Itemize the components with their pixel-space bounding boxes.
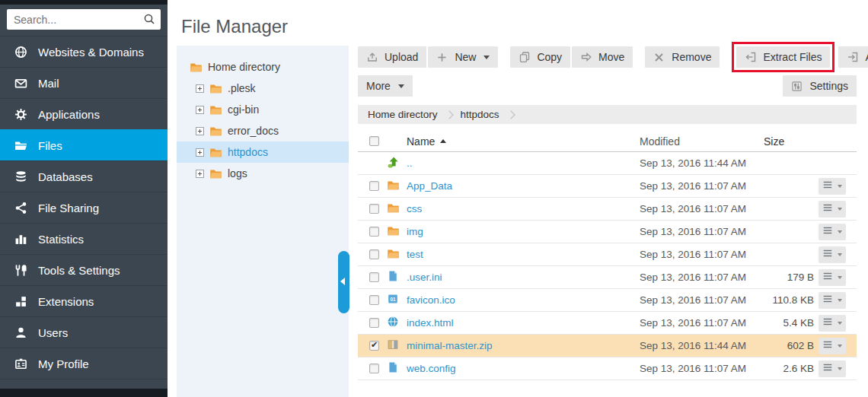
- row-menu-button[interactable]: [819, 246, 846, 263]
- more-button[interactable]: More: [358, 75, 413, 97]
- sidebar-item-websites-domains[interactable]: Websites & Domains: [0, 36, 168, 67]
- row-size-cell: 602 B: [764, 340, 814, 351]
- row-menu-button[interactable]: [819, 269, 846, 286]
- row-menu-button[interactable]: [819, 178, 846, 195]
- folder-icon: [209, 167, 222, 180]
- remove-button[interactable]: Remove: [645, 46, 720, 68]
- sidebar-item-databases[interactable]: Databases: [0, 160, 168, 192]
- column-header-modified[interactable]: Modified: [640, 135, 764, 148]
- row-checkbox[interactable]: [369, 204, 379, 214]
- tree-collapse-handle[interactable]: [338, 251, 349, 313]
- row-checkbox[interactable]: [369, 318, 379, 328]
- tree-item-root[interactable]: Home directory: [177, 56, 349, 78]
- row-menu-button[interactable]: [819, 292, 846, 309]
- file-name-link[interactable]: App_Data: [407, 180, 452, 192]
- add-to-archive-button[interactable]: Add to Archive: [838, 46, 868, 68]
- upload-button[interactable]: Upload: [358, 46, 426, 68]
- settings-button[interactable]: Settings: [783, 75, 857, 97]
- search-icon[interactable]: [143, 13, 155, 25]
- folder-icon: [190, 61, 203, 74]
- table-row[interactable]: cssSep 13, 2016 11:07 AM: [358, 198, 857, 221]
- file-name-link[interactable]: img: [407, 226, 423, 237]
- toolbar-button-group: CopyMove: [510, 46, 633, 68]
- mail-icon: [14, 77, 27, 90]
- sidebar-item-file-sharing[interactable]: File Sharing: [0, 192, 168, 223]
- sidebar-top-strip: [0, 0, 168, 5]
- breadcrumb-chevron-icon: [445, 110, 453, 119]
- table-row[interactable]: web.configSep 13, 2016 11:07 AM2.6 KB: [358, 357, 857, 380]
- user-icon: [14, 326, 27, 339]
- file-name-link[interactable]: css: [407, 203, 422, 214]
- file-doc-icon: [387, 270, 399, 284]
- sidebar-item-my-profile[interactable]: My Profile: [0, 348, 168, 379]
- file-name-link[interactable]: ..: [407, 157, 413, 169]
- directory-tree-panel: Home directory.pleskcgi-binerror_docshtt…: [177, 46, 349, 397]
- breadcrumb-item[interactable]: Home directory: [368, 109, 438, 120]
- file-name-link[interactable]: favicon.ico: [407, 294, 455, 306]
- new-button[interactable]: New: [428, 46, 498, 68]
- file-name-link[interactable]: .user.ini: [407, 272, 442, 283]
- expand-toggle-icon[interactable]: [196, 170, 204, 178]
- row-checkbox[interactable]: [369, 181, 379, 191]
- share-icon: [14, 202, 27, 214]
- row-menu-button[interactable]: [819, 360, 846, 377]
- tree-item-error-docs[interactable]: error_docs: [177, 120, 349, 141]
- column-header-name[interactable]: Name: [407, 135, 640, 148]
- tree-item--plesk[interactable]: .plesk: [177, 78, 349, 99]
- breadcrumb-item[interactable]: httpdocs: [461, 109, 499, 120]
- sidebar-item-applications[interactable]: Applications: [0, 98, 168, 129]
- table-row[interactable]: 01favicon.icoSep 13, 2016 11:07 AM110.8 …: [358, 289, 857, 312]
- search-input[interactable]: [7, 9, 161, 30]
- row-checkbox[interactable]: [369, 341, 379, 351]
- file-name-link[interactable]: test: [407, 249, 423, 260]
- expand-toggle-icon[interactable]: [196, 148, 204, 157]
- tree-item-label: httpdocs: [228, 146, 268, 158]
- row-checkbox[interactable]: [369, 272, 379, 282]
- row-checkbox[interactable]: [369, 295, 379, 305]
- settings-button-label: Settings: [809, 80, 848, 92]
- table-row[interactable]: imgSep 13, 2016 11:07 AM: [358, 221, 857, 243]
- sidebar-item-statistics[interactable]: Statistics: [0, 223, 168, 254]
- sidebar-item-files[interactable]: Files: [0, 129, 168, 160]
- file-image-icon: 01: [387, 293, 399, 307]
- tree-item-logs[interactable]: logs: [177, 163, 349, 184]
- table-row[interactable]: App_DataSep 13, 2016 11:07 AM: [358, 175, 857, 198]
- sidebar-item-mail[interactable]: Mail: [0, 67, 168, 98]
- row-checkbox[interactable]: [369, 364, 379, 373]
- file-name-link[interactable]: index.html: [407, 317, 454, 329]
- file-name-link[interactable]: minimal-master.zip: [407, 340, 493, 351]
- table-row[interactable]: testSep 13, 2016 11:07 AM: [358, 243, 857, 266]
- table-row[interactable]: .user.iniSep 13, 2016 11:07 AM179 B: [358, 266, 857, 289]
- sidebar-item-label: Websites & Domains: [38, 46, 144, 59]
- toolbar-button-group: Remove: [645, 46, 720, 68]
- row-menu-button[interactable]: [819, 338, 846, 354]
- row-name-cell: favicon.ico: [407, 294, 640, 306]
- file-name-link[interactable]: web.config: [407, 363, 456, 374]
- sidebar-item-extensions[interactable]: Extensions: [0, 285, 168, 316]
- expand-toggle-icon[interactable]: [196, 84, 204, 93]
- table-row[interactable]: index.htmlSep 13, 2016 11:07 AM5.4 KB: [358, 312, 857, 335]
- tree-item-cgi-bin[interactable]: cgi-bin: [177, 99, 349, 120]
- sidebar-item-tools-settings[interactable]: Tools & Settings: [0, 254, 168, 285]
- column-header-size[interactable]: Size: [764, 135, 814, 148]
- sidebar-item-users[interactable]: Users: [0, 316, 168, 348]
- row-menu-button[interactable]: [819, 315, 846, 332]
- plesk-file-manager-window: Websites & DomainsMailApplicationsFilesD…: [0, 0, 868, 397]
- row-name-cell: css: [407, 203, 640, 214]
- row-menu-button[interactable]: [819, 224, 846, 240]
- row-checkbox-cell: [358, 318, 387, 328]
- table-row[interactable]: ..Sep 13, 2016 11:44 AM: [358, 152, 857, 175]
- row-menu-button[interactable]: [819, 201, 846, 218]
- row-checkbox-cell: [358, 249, 387, 259]
- expand-toggle-icon[interactable]: [196, 106, 204, 114]
- row-checkbox[interactable]: [369, 249, 379, 259]
- expand-toggle-icon[interactable]: [196, 127, 204, 135]
- extract-files-button[interactable]: Extract Files: [736, 46, 830, 68]
- select-all-checkbox[interactable]: [369, 136, 379, 146]
- row-checkbox[interactable]: [369, 227, 379, 237]
- move-button[interactable]: Move: [572, 46, 633, 68]
- copy-button[interactable]: Copy: [510, 46, 570, 68]
- table-row[interactable]: minimal-master.zipSep 13, 2016 11:44 AM6…: [358, 335, 857, 357]
- tree-item-label: .plesk: [228, 82, 256, 94]
- tree-item-httpdocs[interactable]: httpdocs: [177, 141, 349, 163]
